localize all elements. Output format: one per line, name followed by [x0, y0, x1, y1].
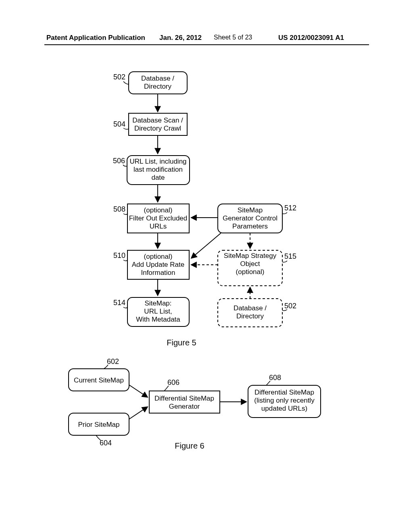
fig6-608-line3: updated URLs) [261, 405, 307, 412]
fig5-502-line1: Database / [141, 75, 174, 82]
fig5-502-line2: Directory [144, 83, 172, 90]
fig5-ref-510: 510 [113, 251, 125, 260]
fig5-502b-line2: Directory [236, 312, 264, 320]
fig5-512-line3: Parameters [232, 222, 268, 230]
fig6-604-line1: Prior SiteMap [78, 421, 120, 428]
lead-510 [123, 260, 127, 261]
fig5-510-line3: Information [141, 269, 175, 276]
fig6-602-line1: Current SiteMap [74, 376, 124, 384]
fig5-510-line1: (optional) [144, 253, 173, 260]
fig6-606-line1: Differential SiteMap [154, 395, 214, 402]
fig5-512-line1: SiteMap [238, 206, 263, 214]
fig5-506-line2: last modification [133, 166, 183, 173]
fig5-ref-515: 515 [284, 252, 296, 260]
fig5-508-line2: Filter Out Excluded [129, 214, 188, 222]
fig5-515-line3: (optional) [236, 268, 265, 276]
fig6-ref-602: 602 [107, 357, 119, 366]
fig6-608-line1: Differential SiteMap [254, 389, 314, 396]
lead-508 [123, 214, 127, 214]
fig5-ref-502b: 502 [284, 302, 296, 310]
lead-514 [123, 307, 127, 308]
fig5-502b-line1: Database / [234, 304, 267, 312]
lead-506 [123, 165, 127, 166]
fig5-514-line2: URL List, [144, 308, 172, 315]
fig5-506-line3: date [151, 174, 165, 181]
fig5-515-line1: SiteMap Strategy [224, 252, 277, 260]
fig5-515-line2: Object [240, 260, 260, 268]
lead-604 [96, 435, 101, 441]
fig6-caption: Figure 6 [175, 441, 204, 450]
fig6-ref-608: 608 [269, 374, 281, 382]
page: Patent Application Publication Jan. 26, … [0, 0, 413, 532]
fig5-508-line1: (optional) [144, 206, 173, 214]
lead-512 [282, 212, 287, 214]
arrow-512-510 [192, 233, 221, 258]
fig5-514-line3: With Metadata [136, 316, 180, 323]
lead-602 [104, 365, 108, 369]
fig5-508-line3: URLs [150, 222, 167, 230]
fig5-ref-502: 502 [113, 73, 125, 81]
fig5-ref-514: 514 [113, 299, 125, 307]
figures-svg: Database / Directory 502 Database Scan /… [0, 0, 413, 532]
fig5-ref-504: 504 [113, 120, 125, 128]
fig5-506-line1: URL List, including [129, 158, 186, 165]
fig5-504-line1: Database Scan / [132, 116, 183, 124]
fig5-ref-506: 506 [113, 157, 125, 165]
lead-608 [266, 381, 270, 385]
lead-502 [123, 81, 129, 84]
lead-504 [123, 128, 129, 129]
fig6-ref-604: 604 [100, 439, 112, 447]
fig6-606-line2: Generator [169, 403, 200, 410]
fig5-504-line2: Directory Crawl [134, 125, 181, 132]
fig6-ref-606: 606 [167, 378, 179, 387]
fig5-ref-512: 512 [284, 204, 296, 212]
fig5-caption: Figure 5 [167, 338, 196, 347]
fig5-ref-508: 508 [113, 205, 125, 213]
arrow-602-606 [129, 385, 147, 397]
fig5-512-line2: Generator Control [223, 214, 277, 222]
fig6-608-line2: (listing only recently [254, 397, 315, 404]
fig5-514-line1: SiteMap: [144, 299, 171, 307]
lead-515 [282, 261, 287, 262]
lead-606 [164, 386, 169, 391]
arrow-604-606 [129, 407, 147, 419]
fig5-510-line2: Add Update Rate [132, 261, 184, 268]
